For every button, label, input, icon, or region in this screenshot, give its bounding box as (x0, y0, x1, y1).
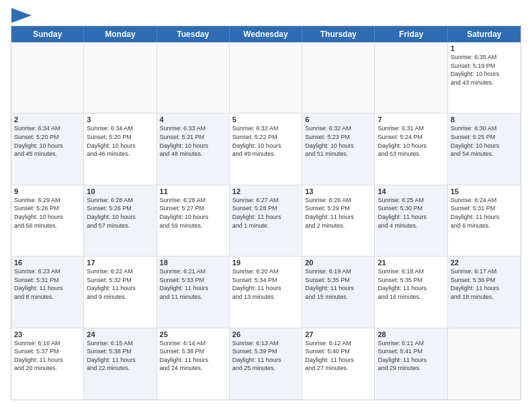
calendar-day-empty (84, 42, 157, 113)
calendar-row-5: 23Sunrise: 6:16 AM Sunset: 5:37 PM Dayli… (11, 328, 521, 400)
calendar-day-10: 10Sunrise: 6:28 AM Sunset: 5:26 PM Dayli… (84, 185, 157, 256)
day-info: Sunrise: 6:19 AM Sunset: 5:35 PM Dayligh… (305, 267, 371, 301)
calendar-day-9: 9Sunrise: 6:29 AM Sunset: 5:26 PM Daylig… (11, 185, 84, 256)
calendar-day-23: 23Sunrise: 6:16 AM Sunset: 5:37 PM Dayli… (11, 328, 84, 400)
page: SundayMondayTuesdayWednesdayThursdayFrid… (0, 0, 532, 411)
day-number: 1 (451, 44, 518, 52)
calendar-day-17: 17Sunrise: 6:22 AM Sunset: 5:32 PM Dayli… (84, 257, 157, 327)
day-number: 17 (87, 259, 153, 267)
calendar-row-1: 1Sunrise: 6:35 AM Sunset: 5:19 PM Daylig… (11, 42, 521, 113)
day-info: Sunrise: 6:32 AM Sunset: 5:23 PM Dayligh… (305, 124, 371, 158)
calendar-day-26: 26Sunrise: 6:13 AM Sunset: 5:39 PM Dayli… (230, 328, 302, 400)
day-info: Sunrise: 6:31 AM Sunset: 5:24 PM Dayligh… (378, 124, 444, 158)
calendar-day-empty (375, 42, 447, 113)
day-info: Sunrise: 6:27 AM Sunset: 5:28 PM Dayligh… (232, 196, 299, 230)
calendar-day-16: 16Sunrise: 6:23 AM Sunset: 5:31 PM Dayli… (11, 257, 84, 327)
day-info: Sunrise: 6:14 AM Sunset: 5:38 PM Dayligh… (160, 339, 226, 373)
day-number: 4 (160, 116, 226, 124)
calendar-day-empty (157, 42, 230, 113)
calendar-day-2: 2Sunrise: 6:34 AM Sunset: 5:20 PM Daylig… (11, 113, 84, 184)
day-info: Sunrise: 6:22 AM Sunset: 5:32 PM Dayligh… (87, 267, 153, 301)
day-info: Sunrise: 6:16 AM Sunset: 5:37 PM Dayligh… (14, 339, 81, 373)
day-number: 28 (378, 330, 444, 338)
day-number: 7 (378, 116, 444, 124)
calendar-day-20: 20Sunrise: 6:19 AM Sunset: 5:35 PM Dayli… (302, 257, 375, 327)
day-number: 19 (232, 259, 299, 267)
day-info: Sunrise: 6:15 AM Sunset: 5:38 PM Dayligh… (87, 339, 153, 373)
calendar-row-3: 9Sunrise: 6:29 AM Sunset: 5:26 PM Daylig… (11, 185, 521, 257)
day-info: Sunrise: 6:32 AM Sunset: 5:22 PM Dayligh… (232, 124, 299, 158)
calendar-row-4: 16Sunrise: 6:23 AM Sunset: 5:31 PM Dayli… (11, 257, 521, 328)
calendar-day-empty (302, 42, 375, 113)
day-info: Sunrise: 6:20 AM Sunset: 5:34 PM Dayligh… (232, 267, 299, 301)
day-info: Sunrise: 6:25 AM Sunset: 5:30 PM Dayligh… (378, 196, 444, 230)
day-info: Sunrise: 6:12 AM Sunset: 5:40 PM Dayligh… (305, 339, 371, 373)
calendar-day-22: 22Sunrise: 6:17 AM Sunset: 5:36 PM Dayli… (448, 257, 521, 327)
weekday-header-monday: Monday (84, 26, 157, 42)
weekday-header-friday: Friday (375, 26, 447, 42)
calendar-day-18: 18Sunrise: 6:21 AM Sunset: 5:33 PM Dayli… (157, 257, 230, 327)
day-info: Sunrise: 6:28 AM Sunset: 5:26 PM Dayligh… (87, 196, 153, 230)
day-number: 16 (14, 259, 81, 267)
day-info: Sunrise: 6:28 AM Sunset: 5:27 PM Dayligh… (160, 196, 226, 230)
day-info: Sunrise: 6:34 AM Sunset: 5:20 PM Dayligh… (14, 124, 81, 158)
weekday-header-tuesday: Tuesday (157, 26, 230, 42)
day-number: 14 (378, 187, 444, 195)
calendar-day-28: 28Sunrise: 6:11 AM Sunset: 5:41 PM Dayli… (375, 328, 447, 400)
calendar-row-2: 2Sunrise: 6:34 AM Sunset: 5:20 PM Daylig… (11, 113, 521, 185)
calendar-day-11: 11Sunrise: 6:28 AM Sunset: 5:27 PM Dayli… (157, 185, 230, 256)
header (11, 11, 521, 19)
calendar-day-8: 8Sunrise: 6:30 AM Sunset: 5:25 PM Daylig… (448, 113, 521, 184)
logo-arrow-icon (11, 8, 32, 23)
day-number: 9 (14, 187, 81, 195)
calendar-day-25: 25Sunrise: 6:14 AM Sunset: 5:38 PM Dayli… (157, 328, 230, 400)
day-number: 13 (305, 187, 371, 195)
day-info: Sunrise: 6:35 AM Sunset: 5:19 PM Dayligh… (451, 53, 518, 87)
day-info: Sunrise: 6:24 AM Sunset: 5:31 PM Dayligh… (451, 196, 518, 230)
weekday-header-sunday: Sunday (11, 26, 84, 42)
calendar-day-24: 24Sunrise: 6:15 AM Sunset: 5:38 PM Dayli… (84, 328, 157, 400)
calendar-day-empty (448, 328, 521, 400)
calendar-day-empty (11, 42, 84, 113)
calendar: SundayMondayTuesdayWednesdayThursdayFrid… (11, 26, 521, 400)
day-number: 21 (378, 259, 444, 267)
calendar-day-6: 6Sunrise: 6:32 AM Sunset: 5:23 PM Daylig… (302, 113, 375, 184)
calendar-day-1: 1Sunrise: 6:35 AM Sunset: 5:19 PM Daylig… (448, 42, 521, 113)
day-number: 18 (160, 259, 226, 267)
day-number: 3 (87, 116, 153, 124)
calendar-day-14: 14Sunrise: 6:25 AM Sunset: 5:30 PM Dayli… (375, 185, 447, 256)
day-number: 12 (232, 187, 299, 195)
calendar-day-5: 5Sunrise: 6:32 AM Sunset: 5:22 PM Daylig… (230, 113, 302, 184)
calendar-day-12: 12Sunrise: 6:27 AM Sunset: 5:28 PM Dayli… (230, 185, 302, 256)
day-number: 2 (14, 116, 81, 124)
day-info: Sunrise: 6:23 AM Sunset: 5:31 PM Dayligh… (14, 267, 81, 301)
day-number: 8 (451, 116, 518, 124)
day-info: Sunrise: 6:17 AM Sunset: 5:36 PM Dayligh… (451, 267, 518, 301)
day-number: 22 (451, 259, 518, 267)
calendar-day-21: 21Sunrise: 6:18 AM Sunset: 5:35 PM Dayli… (375, 257, 447, 327)
calendar-header: SundayMondayTuesdayWednesdayThursdayFrid… (11, 26, 521, 42)
day-number: 15 (451, 187, 518, 195)
day-number: 26 (232, 330, 299, 338)
day-info: Sunrise: 6:13 AM Sunset: 5:39 PM Dayligh… (232, 339, 299, 373)
day-info: Sunrise: 6:18 AM Sunset: 5:35 PM Dayligh… (378, 267, 444, 301)
day-number: 6 (305, 116, 371, 124)
day-number: 27 (305, 330, 371, 338)
svg-marker-0 (11, 8, 32, 23)
day-info: Sunrise: 6:34 AM Sunset: 5:20 PM Dayligh… (87, 124, 153, 158)
calendar-day-13: 13Sunrise: 6:26 AM Sunset: 5:29 PM Dayli… (302, 185, 375, 256)
calendar-day-empty (230, 42, 302, 113)
calendar-day-3: 3Sunrise: 6:34 AM Sunset: 5:20 PM Daylig… (84, 113, 157, 184)
day-info: Sunrise: 6:30 AM Sunset: 5:25 PM Dayligh… (451, 124, 518, 158)
calendar-day-7: 7Sunrise: 6:31 AM Sunset: 5:24 PM Daylig… (375, 113, 447, 184)
logo (11, 11, 32, 19)
calendar-day-27: 27Sunrise: 6:12 AM Sunset: 5:40 PM Dayli… (302, 328, 375, 400)
calendar-body: 1Sunrise: 6:35 AM Sunset: 5:19 PM Daylig… (11, 42, 521, 400)
day-info: Sunrise: 6:33 AM Sunset: 5:21 PM Dayligh… (160, 124, 226, 158)
day-number: 25 (160, 330, 226, 338)
calendar-day-15: 15Sunrise: 6:24 AM Sunset: 5:31 PM Dayli… (448, 185, 521, 256)
day-info: Sunrise: 6:29 AM Sunset: 5:26 PM Dayligh… (14, 196, 81, 230)
day-number: 11 (160, 187, 226, 195)
day-info: Sunrise: 6:11 AM Sunset: 5:41 PM Dayligh… (378, 339, 444, 373)
weekday-header-saturday: Saturday (448, 26, 521, 42)
